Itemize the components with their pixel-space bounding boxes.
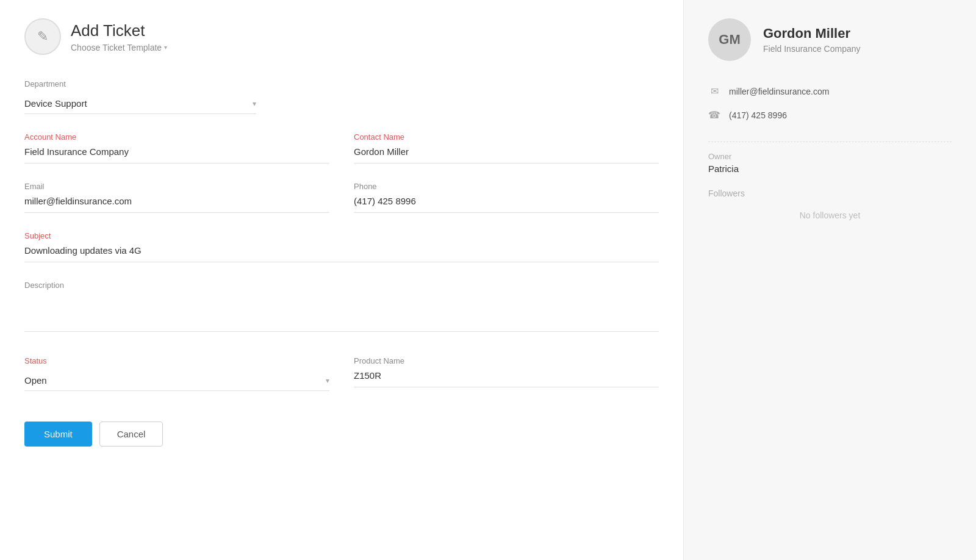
status-product-row: Status Open ▾ Product Name Z150R: [24, 356, 659, 391]
contact-name-label: Contact Name: [354, 132, 659, 142]
contact-details: ✉ miller@fieldinsurance.com ☎ (417) 425 …: [708, 79, 952, 127]
contact-card-info: Gordon Miller Field Insurance Company: [763, 26, 861, 54]
phone-value[interactable]: (417) 425 8996: [354, 196, 659, 213]
phone-detail-row: ☎ (417) 425 8996: [708, 103, 952, 127]
email-icon: ✉: [708, 85, 720, 97]
owner-label: Owner: [708, 152, 952, 161]
subject-label: Subject: [24, 231, 659, 240]
phone-label: Phone: [354, 182, 659, 191]
account-name-field: Account Name Field Insurance Company: [24, 132, 329, 163]
description-value[interactable]: [24, 295, 659, 332]
sidebar-company: Field Insurance Company: [763, 44, 861, 54]
chevron-down-icon: ▾: [164, 44, 167, 51]
account-contact-row: Account Name Field Insurance Company Con…: [24, 132, 659, 163]
email-phone-row: Email miller@fieldinsurance.com Phone (4…: [24, 182, 659, 213]
status-label: Status: [24, 356, 329, 365]
phone-field: Phone (417) 425 8996: [354, 182, 659, 213]
account-name-label: Account Name: [24, 132, 329, 142]
subject-field: Subject Downloading updates via 4G: [24, 231, 659, 262]
form-header: ✎ Add Ticket Choose Ticket Template ▾: [24, 18, 659, 55]
divider: [708, 142, 952, 142]
followers-section: Followers No followers yet: [708, 188, 952, 220]
description-field: Description: [24, 281, 659, 332]
no-followers-text: No followers yet: [708, 210, 952, 220]
department-label: Department: [24, 79, 256, 88]
email-field: Email miller@fieldinsurance.com: [24, 182, 329, 213]
template-label: Choose Ticket Template: [71, 43, 162, 52]
main-form-area: ✎ Add Ticket Choose Ticket Template ▾ De…: [0, 0, 683, 560]
page-title: Add Ticket: [71, 21, 167, 40]
description-label: Description: [24, 281, 659, 290]
status-chevron-icon: ▾: [326, 376, 329, 385]
email-label: Email: [24, 182, 329, 191]
email-value[interactable]: miller@fieldinsurance.com: [24, 196, 329, 213]
sidebar-email: miller@fieldinsurance.com: [729, 87, 829, 96]
cancel-button[interactable]: Cancel: [99, 422, 163, 447]
ticket-icon: ✎: [24, 18, 61, 55]
department-field: Department Device Support ▾: [24, 79, 256, 114]
email-detail-row: ✉ miller@fieldinsurance.com: [708, 79, 952, 103]
owner-name: Patricia: [708, 163, 952, 174]
followers-label: Followers: [708, 188, 952, 198]
contact-card: GM Gordon Miller Field Insurance Company: [708, 18, 952, 61]
contact-name-value[interactable]: Gordon Miller: [354, 146, 659, 163]
avatar: GM: [708, 18, 751, 61]
product-name-label: Product Name: [354, 356, 659, 365]
sidebar-phone: (417) 425 8996: [729, 110, 787, 120]
sidebar-contact-name: Gordon Miller: [763, 26, 861, 41]
contact-name-field: Contact Name Gordon Miller: [354, 132, 659, 163]
template-chooser[interactable]: Choose Ticket Template ▾: [71, 43, 167, 52]
status-select[interactable]: Open ▾: [24, 370, 329, 391]
product-name-field: Product Name Z150R: [354, 356, 659, 391]
phone-icon: ☎: [708, 109, 720, 121]
status-value: Open: [24, 375, 47, 386]
header-text: Add Ticket Choose Ticket Template ▾: [71, 21, 167, 52]
account-name-value[interactable]: Field Insurance Company: [24, 146, 329, 163]
status-field: Status Open ▾: [24, 356, 329, 391]
footer-buttons: Submit Cancel: [24, 422, 659, 447]
subject-value[interactable]: Downloading updates via 4G: [24, 245, 659, 262]
department-chevron-icon: ▾: [253, 99, 256, 108]
department-select[interactable]: Device Support ▾: [24, 93, 256, 114]
owner-section: Owner Patricia: [708, 152, 952, 174]
department-value: Device Support: [24, 98, 87, 109]
product-name-value[interactable]: Z150R: [354, 370, 659, 387]
right-sidebar: GM Gordon Miller Field Insurance Company…: [683, 0, 976, 560]
submit-button[interactable]: Submit: [24, 422, 92, 447]
